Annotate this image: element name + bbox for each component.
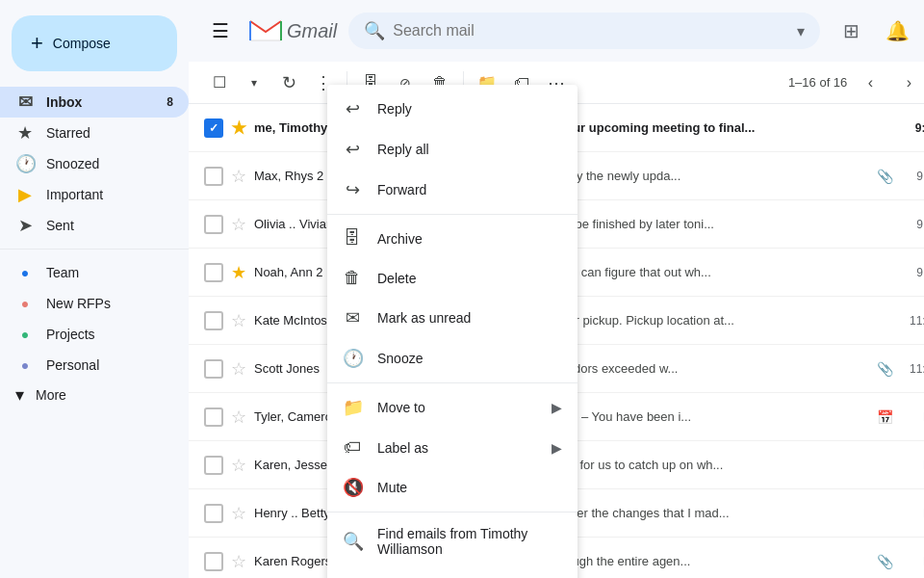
delete-icon: 🗑 xyxy=(343,268,362,288)
menu-item-mark-unread[interactable]: ✉ Mark as unread xyxy=(327,298,578,338)
menu-item-find-emails[interactable]: 🔍 Find emails from Timothy Williamson xyxy=(327,516,578,566)
menu-item-label: Snooze xyxy=(377,351,423,366)
menu-item-label-as[interactable]: 🏷 Label as ▶ xyxy=(327,428,578,467)
menu-item-delete[interactable]: 🗑 Delete xyxy=(327,258,578,298)
find-icon: 🔍 xyxy=(343,531,362,552)
menu-item-reply[interactable]: ↩ Reply xyxy=(327,89,578,129)
submenu-arrow-icon: ▶ xyxy=(552,400,562,415)
menu-item-label: Archive xyxy=(377,231,423,247)
menu-item-snooze[interactable]: 🕐 Snooze xyxy=(327,338,578,379)
menu-item-reply-all[interactable]: ↩ Reply all xyxy=(327,129,578,170)
forward-icon: ↪ xyxy=(343,179,362,200)
menu-separator-3 xyxy=(327,512,578,512)
menu-item-label: Move to xyxy=(377,400,425,415)
snooze-icon: 🕐 xyxy=(343,348,362,369)
menu-item-label: Label as xyxy=(377,440,428,456)
mute-icon: 🔇 xyxy=(343,477,362,498)
submenu-arrow-icon-2: ▶ xyxy=(552,440,562,456)
menu-separator xyxy=(327,214,578,215)
move-to-icon: 📁 xyxy=(343,397,362,418)
reply-all-icon: ↩ xyxy=(343,139,362,160)
menu-item-label: Reply all xyxy=(377,142,429,157)
reply-icon: ↩ xyxy=(343,98,362,119)
menu-item-label: Mute xyxy=(377,480,407,495)
menu-item-mute[interactable]: 🔇 Mute xyxy=(327,467,578,508)
menu-item-label: Delete xyxy=(377,271,416,286)
menu-item-move-to[interactable]: 📁 Move to ▶ xyxy=(327,387,578,428)
context-menu: ↩ Reply ↩ Reply all ↪ Forward 🗄 Archive … xyxy=(327,85,578,578)
archive-icon: 🗄 xyxy=(343,228,362,249)
menu-item-label: Reply xyxy=(377,101,412,117)
menu-item-label: Forward xyxy=(377,182,426,197)
menu-item-forward[interactable]: ↪ Forward xyxy=(327,170,578,210)
menu-item-open-new-window[interactable]: ⧉ Open in new window xyxy=(327,566,578,578)
menu-separator-2 xyxy=(327,382,578,383)
label-as-icon: 🏷 xyxy=(343,437,362,458)
menu-item-label: Mark as unread xyxy=(377,310,471,326)
mark-unread-icon: ✉ xyxy=(343,307,362,328)
menu-item-label: Find emails from Timothy Williamson xyxy=(377,526,562,557)
menu-item-archive[interactable]: 🗄 Archive xyxy=(327,219,578,258)
